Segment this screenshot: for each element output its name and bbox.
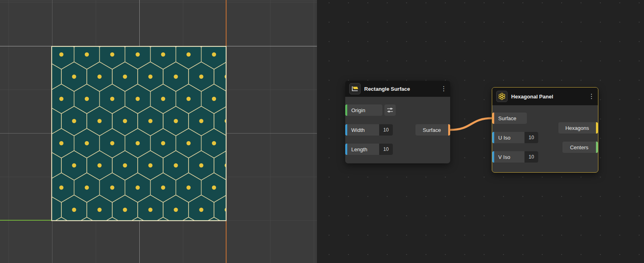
node-rectangle-surface[interactable]: Rectangle Surface ⋮ Origin Width 10 — [345, 81, 450, 163]
hex-panel-preview — [0, 0, 317, 263]
grid-major-line-horizontal — [0, 46, 317, 46]
input-label: V Iso — [494, 154, 524, 160]
origin-settings-button[interactable] — [384, 104, 396, 116]
node-header[interactable]: Hexagonal Panel ⋮ — [492, 88, 598, 105]
output-label: Surface — [415, 127, 448, 133]
app-window: Rectangle Surface ⋮ Origin Width 10 — [0, 0, 644, 263]
node-title: Hexagonal Panel — [511, 94, 585, 100]
wire-connection[interactable] — [450, 118, 492, 130]
grid-major-line-vertical — [139, 0, 140, 263]
input-row-width[interactable]: Width 10 — [345, 124, 393, 136]
input-row-origin[interactable]: Origin — [345, 104, 382, 116]
node-header[interactable]: Rectangle Surface ⋮ — [345, 81, 450, 97]
input-row-length[interactable]: Length 10 — [345, 144, 393, 155]
x-axis-line — [0, 220, 52, 221]
u-iso-value-field[interactable]: 10 — [524, 132, 538, 143]
port-centers-out[interactable] — [596, 142, 598, 153]
port-hexagons-out[interactable] — [596, 122, 598, 134]
output-label: Centers — [562, 144, 596, 150]
length-value-field[interactable]: 10 — [379, 144, 393, 155]
output-row-hexagons[interactable]: Hexagons — [558, 122, 598, 134]
kebab-menu-icon[interactable]: ⋮ — [441, 86, 446, 92]
output-row-surface[interactable]: Surface — [415, 124, 450, 136]
viewport-3d[interactable] — [0, 0, 317, 263]
v-iso-value-field[interactable]: 10 — [524, 151, 538, 163]
input-row-u-iso[interactable]: U Iso 10 — [492, 132, 538, 143]
input-label: Surface — [494, 115, 520, 121]
input-label: U Iso — [494, 135, 524, 141]
grid-major-line-vertical — [52, 0, 52, 263]
rectangle-surface-icon — [349, 83, 361, 94]
input-row-v-iso[interactable]: V Iso 10 — [492, 151, 538, 163]
output-row-centers[interactable]: Centers — [562, 142, 598, 153]
node-editor-canvas[interactable]: Rectangle Surface ⋮ Origin Width 10 — [317, 0, 644, 263]
input-row-surface[interactable]: Surface — [492, 113, 527, 124]
y-axis-line — [226, 0, 227, 263]
grid-major-line-horizontal — [0, 133, 317, 134]
input-label: Width — [347, 127, 379, 133]
kebab-menu-icon[interactable]: ⋮ — [588, 93, 594, 100]
node-hexagonal-panel[interactable]: Hexagonal Panel ⋮ Surface U Iso 10 V Iso… — [492, 87, 598, 173]
port-surface-out[interactable] — [448, 124, 450, 136]
node-title: Rectangle Surface — [364, 86, 437, 92]
sliders-icon — [387, 107, 393, 113]
hexagonal-panel-icon — [496, 91, 508, 102]
output-label: Hexagons — [558, 125, 596, 131]
input-label: Origin — [347, 107, 369, 113]
input-label: Length — [347, 146, 379, 152]
width-value-field[interactable]: 10 — [379, 124, 393, 136]
